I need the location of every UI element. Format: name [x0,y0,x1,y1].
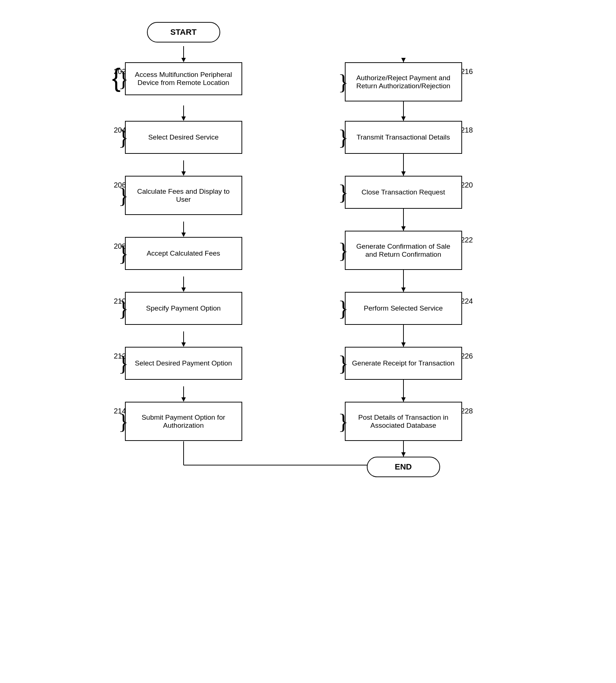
svg-marker-27 [401,452,406,457]
node-218: 218 Transmit Transactional Details } [345,121,462,154]
node-206: 206 Calculate Fees and Display to User } [125,176,242,215]
svg-marker-31 [401,58,406,62]
box-206: Calculate Fees and Display to User } [125,176,242,215]
svg-marker-21 [401,287,406,292]
end-label: END [367,457,440,477]
curly-214: } [118,411,129,433]
node-210: 210 Specify Payment Option } [125,292,242,325]
box-224: Perform Selected Service } [345,292,462,325]
box-226: Generate Receipt for Transaction } [345,347,462,380]
flowchart-diagram: } START 202 Access Multifunction Periphe… [88,15,528,667]
svg-marker-9 [181,287,186,292]
svg-marker-15 [401,116,406,121]
box-204: Select Desired Service } [125,121,242,154]
curly-208: } [118,242,129,264]
curly-226: } [338,352,349,374]
box-212: Select Desired Payment Option } [125,347,242,380]
curly-206: } [118,185,129,207]
svg-marker-17 [401,171,406,176]
node-204: 204 Select Desired Service } [125,121,242,154]
node-222: 222 Generate Confirmation of Sale and Re… [345,231,462,270]
node-208: 208 Accept Calculated Fees } [125,237,242,270]
box-216: Authorize/Reject Payment and Return Auth… [345,62,462,101]
node-202: 202 Access Multifunction Peripheral Devi… [125,62,242,95]
node-224: 224 Perform Selected Service } [345,292,462,325]
label-222: 222 [461,236,473,244]
node-228: 228 Post Details of Transaction in Assoc… [345,402,462,441]
node-226: 226 Generate Receipt for Transaction } [345,347,462,380]
curly-210: } [118,297,129,319]
svg-marker-19 [401,226,406,231]
label-224: 224 [461,297,473,305]
svg-marker-7 [181,233,186,237]
box-228: Post Details of Transaction in Associate… [345,402,462,441]
box-222: Generate Confirmation of Sale and Return… [345,231,462,270]
svg-marker-5 [181,171,186,176]
curly-216: } [338,71,349,93]
box-202: Access Multifunction Peripheral Device f… [125,62,242,95]
start-label: START [147,22,220,42]
label-216: 216 [461,67,473,76]
box-218: Transmit Transactional Details } [345,121,462,154]
svg-marker-23 [401,342,406,347]
box-214: Submit Payment Option for Authorization … [125,402,242,441]
start-terminal: START [147,22,220,42]
label-218: 218 [461,126,473,134]
node-216: 216 Authorize/Reject Payment and Return … [345,62,462,101]
label-226: 226 [461,352,473,360]
end-terminal: END [367,457,440,477]
label-228: 228 [461,407,473,415]
curly-222: } [338,240,349,261]
box-220: Close Transaction Request } [345,176,462,209]
svg-marker-11 [181,342,186,347]
svg-marker-3 [181,116,186,121]
curly-204: } [118,126,129,148]
box-210: Specify Payment Option } [125,292,242,325]
curly-224: } [338,297,349,319]
node-212: 212 Select Desired Payment Option } [125,347,242,380]
svg-marker-13 [181,397,186,402]
label-220: 220 [461,181,473,189]
node-220: 220 Close Transaction Request } [345,176,462,209]
curly-212: } [118,352,129,374]
curly-228: } [338,411,349,433]
curly-220: } [338,181,349,203]
box-208: Accept Calculated Fees } [125,237,242,270]
node-214: 214 Submit Payment Option for Authorizat… [125,402,242,441]
svg-marker-1 [181,58,186,62]
svg-marker-25 [401,397,406,402]
curly-218: } [338,126,349,148]
curly-202: } [118,68,129,90]
